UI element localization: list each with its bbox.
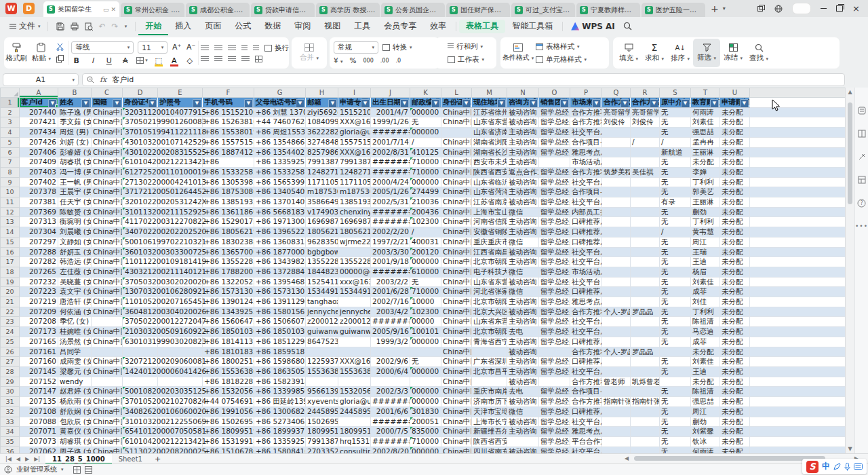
cell-A19[interactable]: 207232 <box>20 277 58 287</box>
cell-C10[interactable]: China中国 <box>92 187 123 197</box>
cell-K35[interactable]: 710000 <box>410 436 441 446</box>
cell-O21[interactable]: 留学总经办 <box>539 297 570 307</box>
cell-R13[interactable] <box>631 217 660 227</box>
cell-J14[interactable]: 2002/2/20 <box>371 227 410 238</box>
document-tab-4[interactable]: S高学历 教授.xlsx <box>316 3 380 17</box>
filter-dropdown-icon[interactable]: ▼ <box>620 99 629 107</box>
cell-B31[interactable]: 杨欣雨 (女 <box>58 397 92 407</box>
cell-T21[interactable]: 刘佳 <box>691 297 720 307</box>
cell-T33[interactable]: 蒯劲 <box>691 417 720 427</box>
cell-S13[interactable]: 无 <box>660 217 691 227</box>
cell-I12[interactable]: chenxinyur <box>338 207 371 217</box>
cell-G8[interactable]: +86 1533258500 <box>254 167 306 177</box>
cell-A3[interactable]: 207421 <box>20 117 58 128</box>
cell-F9[interactable]: +86 13053983 <box>203 177 254 187</box>
cell-D36[interactable]: 511302200208200025 <box>123 446 158 453</box>
cell-D32[interactable]: 340826200106060020 <box>123 406 158 417</box>
cell-L6[interactable]: China中国 <box>441 147 472 157</box>
formula-input[interactable]: 客户id <box>112 75 134 85</box>
print-preview-icon[interactable] <box>85 22 93 31</box>
cell-J16[interactable]: 2003/3/30 <box>371 247 410 257</box>
cell-L27[interactable]: China中国 <box>441 357 472 367</box>
cell-Q13[interactable] <box>602 217 631 227</box>
header-cell-N1[interactable]: 咨询方式▼ <box>507 98 539 108</box>
cell-S28[interactable]: 无 <box>660 366 691 377</box>
cell-G31[interactable]: +86 田延岭1395 <box>254 397 306 407</box>
header-cell-G1[interactable]: 父母电话号码▼ <box>254 98 306 108</box>
sidebar-tools-icon[interactable] <box>858 153 866 161</box>
cell-O18[interactable]: 留学总经办 <box>539 267 570 277</box>
cell-Q4[interactable] <box>602 128 631 138</box>
cell-P12[interactable]: 内部员工推 <box>570 207 602 217</box>
cell-P11[interactable]: 社交平台,/ <box>570 197 602 208</box>
cell-Q27[interactable] <box>602 357 631 367</box>
cell-B7[interactable]: 胡睿琪 (女 <box>58 157 92 168</box>
cell-B28[interactable]: 梁馨元 (女 <box>58 366 92 377</box>
cell-N32[interactable]: 微信 <box>507 406 539 417</box>
cell-U5[interactable]: 未分配 <box>720 137 750 147</box>
cell-I3[interactable]: XXX@163.c <box>338 117 371 128</box>
cell-N9[interactable]: 被动咨询 <box>507 177 539 187</box>
cell-B5[interactable]: 刘妍 (女) <box>58 137 92 147</box>
cell-A22[interactable]: 207209 <box>20 307 58 317</box>
cell-I8[interactable]: 124827175 <box>338 167 371 177</box>
cell-D26[interactable] <box>123 347 158 357</box>
cell-N5[interactable]: 主动咨询 <box>507 137 539 147</box>
cell-Q22[interactable]: 个人-罗晶 <box>602 307 631 317</box>
cell-J17[interactable]: 2001/9/18 <box>371 257 410 267</box>
cell-C27[interactable]: China中国 <box>92 357 123 367</box>
cell-S5[interactable]: / <box>660 137 691 147</box>
cell-L5[interactable]: China中国 <box>441 137 472 147</box>
cell-P24[interactable]: 社交平台,微 <box>570 327 602 337</box>
cell-O29[interactable] <box>539 377 570 387</box>
cell-O8[interactable]: 留学总经办 <box>539 167 570 177</box>
cell-P28[interactable]: 社交平台,/ <box>570 366 602 377</box>
cell-O11[interactable]: 留学总经办 <box>539 197 570 208</box>
cell-Q25[interactable] <box>602 337 631 347</box>
cell-G18[interactable]: +86 1372884680 <box>254 267 306 277</box>
cell-P14[interactable]: 口碑推荐, <box>570 227 602 238</box>
cell-K20[interactable]: 710000 <box>410 287 441 297</box>
cell-G16[interactable]: +86 1877000215 <box>254 247 306 257</box>
save-icon[interactable] <box>56 22 64 31</box>
cell-J12[interactable]: ######## <box>371 207 410 217</box>
name-box[interactable]: A1▾ <box>3 73 79 86</box>
cell-L16[interactable]: China中国 <box>441 247 472 257</box>
cell-U24[interactable]: 未分配 <box>720 327 750 337</box>
print-icon[interactable] <box>71 22 79 31</box>
cell-R31[interactable]: 指南针张老 <box>631 397 660 407</box>
comma-style-icon[interactable]: 000 <box>363 58 374 64</box>
cell-D23[interactable]: 370502200012272047 <box>123 317 158 327</box>
cell-U32[interactable]: 未分配 <box>720 406 750 417</box>
menu-tab-审阅[interactable]: 审阅 <box>288 17 317 35</box>
row-header-27[interactable]: 27 <box>1 357 20 367</box>
column-header-H[interactable]: H <box>306 88 338 98</box>
cell-P31[interactable]: 合作方推荐 <box>570 397 602 407</box>
cell-U26[interactable]: 未分配 <box>720 347 750 357</box>
row-header-19[interactable]: 19 <box>1 277 20 287</box>
cell-J34[interactable]: 2000/7/5 <box>371 427 410 437</box>
cell-J3[interactable]: 1999/1/26 <box>371 117 410 128</box>
scroll-down-icon[interactable]: ▼ <box>846 446 854 452</box>
cell-G22[interactable]: +86 1580156591 <box>254 307 306 317</box>
row-header-5[interactable]: 5 <box>1 137 20 147</box>
cell-K6[interactable]: 410125 <box>410 147 441 157</box>
cell-L12[interactable]: China中国 <box>441 207 472 217</box>
cell-R26[interactable]: 罗晶晶 <box>631 347 660 357</box>
cell-M31[interactable]: 济南市历下 <box>472 397 507 407</box>
column-header-S[interactable]: S <box>660 88 691 98</box>
status-grid-icon[interactable] <box>73 466 81 474</box>
cell-I29[interactable] <box>338 377 371 387</box>
conditional-format-button[interactable]: 条件格式 ▾ <box>500 43 536 62</box>
cell-K28[interactable]: 000000 <box>410 366 441 377</box>
cell-O12[interactable]: 留学总经办 <box>539 207 570 217</box>
status-left-label[interactable]: 业财管理系统 <box>16 465 57 474</box>
cell-K26[interactable] <box>410 347 441 357</box>
cell-T10[interactable]: 郭美艺 <box>691 187 720 197</box>
tab-smart-toolbox[interactable]: 智能工具箱 <box>505 17 559 35</box>
cell-F20[interactable]: +86 15731301 <box>203 287 254 297</box>
increase-decimal-icon[interactable]: .00 <box>380 58 389 64</box>
cell-O35[interactable]: 留学总经办 <box>539 436 570 446</box>
cell-T30[interactable]: 陈祖清 <box>691 387 720 397</box>
cell-C33[interactable]: China中国 <box>92 417 123 427</box>
